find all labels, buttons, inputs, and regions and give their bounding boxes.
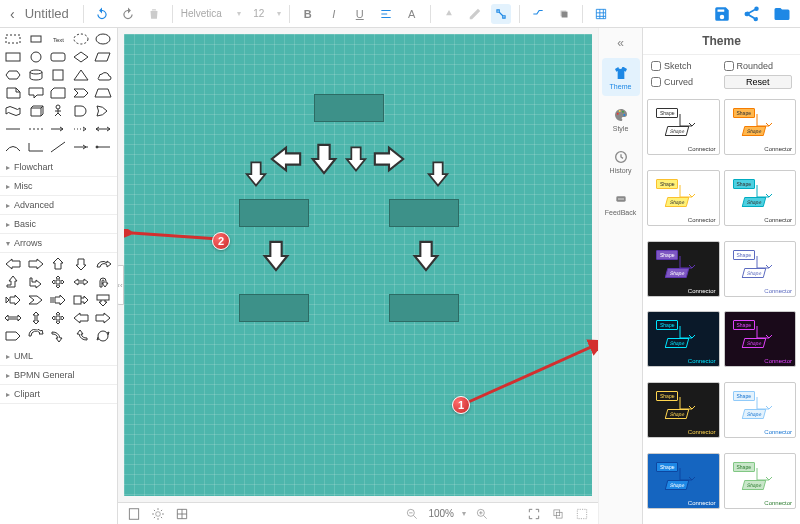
block-arrow-left[interactable] [269,142,303,176]
layers-button[interactable] [550,506,566,522]
page-view-button[interactable] [126,506,142,522]
shape-line[interactable] [3,121,23,137]
arrow-notched-r[interactable] [3,292,23,308]
block-arrow-down[interactable] [409,239,443,273]
shape-diag[interactable] [48,139,68,155]
theme-swatch-0[interactable]: ShapeShapeConnector [647,99,720,155]
shape-callout-tri[interactable] [26,85,46,101]
category-clipart[interactable]: ▸Clipart [0,385,117,404]
shape-square[interactable] [48,67,68,83]
arrow-leftright[interactable] [71,274,91,290]
arrow-striped-r[interactable] [48,292,68,308]
font-size-select[interactable] [247,8,271,19]
shape-rect-small[interactable] [26,31,46,47]
shape-rounded[interactable] [48,49,68,65]
flowchart-node[interactable] [239,199,309,227]
shape-connector[interactable] [71,139,91,155]
shape-triangle[interactable] [71,67,91,83]
arrow-bent-up[interactable] [3,274,23,290]
tab-style[interactable]: Style [602,100,640,138]
arrow-up[interactable] [48,256,68,272]
category-basic[interactable]: ▸Basic [0,215,117,234]
shape-text[interactable]: Text [48,31,68,47]
shape-actor[interactable] [48,103,68,119]
shape-curve[interactable] [3,139,23,155]
theme-swatch-5[interactable]: ShapeShapeConnector [724,241,797,297]
shape-trapezoid[interactable] [93,85,113,101]
shape-tape[interactable] [3,103,23,119]
arrow-circular[interactable] [26,328,46,344]
delete-button[interactable] [144,4,164,24]
arrow-callout-d[interactable] [93,292,113,308]
document-title[interactable]: Untitled [25,6,69,21]
arrow-bent-right[interactable] [26,274,46,290]
arrow-callout-r[interactable] [71,292,91,308]
flowchart-node[interactable] [389,294,459,322]
redo-button[interactable] [118,4,138,24]
arrow-refresh[interactable] [93,328,113,344]
shape-arrow-line[interactable] [48,121,68,137]
theme-swatch-9[interactable]: ShapeShapeConnector [724,382,797,438]
flowchart-node[interactable] [239,294,309,322]
shape-elbow[interactable] [26,139,46,155]
arrow-right2[interactable] [93,310,113,326]
fill-color-button[interactable] [439,4,459,24]
back-button[interactable]: ‹ [6,6,19,22]
arrow-curved-u[interactable] [71,328,91,344]
shape-connector2[interactable] [93,139,113,155]
flowchart-node[interactable] [314,94,384,122]
shape-or[interactable] [93,103,113,119]
arrow-double-h[interactable] [3,310,23,326]
curved-checkbox[interactable]: Curved [651,77,720,87]
arrow-left2[interactable] [71,310,91,326]
arrow-cross[interactable] [48,310,68,326]
folder-button[interactable] [770,2,794,26]
shape-cube[interactable] [26,103,46,119]
theme-swatch-1[interactable]: ShapeShapeConnector [724,99,797,155]
block-arrow-right[interactable] [372,142,406,176]
text-color-button[interactable]: A [402,4,422,24]
arrow-pentagon[interactable] [3,328,23,344]
tab-feedback[interactable]: FeedBack [602,184,640,222]
font-select[interactable] [181,8,231,19]
theme-swatch-8[interactable]: ShapeShapeConnector [647,382,720,438]
shape-dashed-line[interactable] [26,121,46,137]
arrow-chevron-r[interactable] [26,292,46,308]
arrow-right[interactable] [26,256,46,272]
share-button[interactable] [740,2,764,26]
arrow-uturn[interactable] [93,274,113,290]
shape-parallelogram[interactable] [93,49,113,65]
sidebar-collapse-handle[interactable]: ‹‹ [118,265,124,305]
shape-circle[interactable] [26,49,46,65]
drawing-canvas[interactable]: ‹‹ 2 [124,34,592,496]
line-color-button[interactable] [465,4,485,24]
arrow-left[interactable] [3,256,23,272]
zoom-in-button[interactable] [474,506,490,522]
category-uml[interactable]: ▸UML [0,347,117,366]
theme-swatch-4[interactable]: ShapeShapeConnector [647,241,720,297]
shadow-button[interactable] [554,4,574,24]
arrow-quad[interactable] [48,274,68,290]
brightness-button[interactable] [150,506,166,522]
shape-bidir-line[interactable] [93,121,113,137]
shape-hexagon[interactable] [3,67,23,83]
theme-swatch-3[interactable]: ShapeShapeConnector [724,170,797,226]
block-arrow-down[interactable] [259,239,293,273]
category-arrows[interactable]: ▾Arrows [0,234,117,253]
category-advanced[interactable]: ▸Advanced [0,196,117,215]
block-arrow-down[interactable] [424,159,452,189]
zoom-out-button[interactable] [404,506,420,522]
outline-button[interactable] [574,506,590,522]
align-button[interactable] [376,4,396,24]
table-button[interactable] [591,4,611,24]
shape-rect[interactable] [3,49,23,65]
arrow-double-v[interactable] [26,310,46,326]
fullscreen-button[interactable] [526,506,542,522]
block-arrow-down[interactable] [342,142,370,176]
flowchart-node[interactable] [389,199,459,227]
italic-button[interactable]: I [324,4,344,24]
save-button[interactable] [710,2,734,26]
shape-and[interactable] [71,103,91,119]
theme-swatch-11[interactable]: ShapeShapeConnector [724,453,797,509]
undo-button[interactable] [92,4,112,24]
